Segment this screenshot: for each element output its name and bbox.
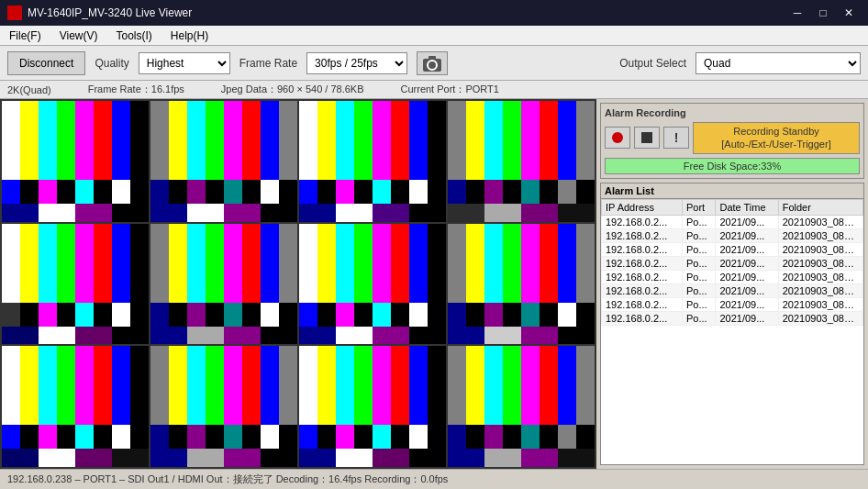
menu-file[interactable]: File(F) <box>0 28 50 44</box>
table-row[interactable]: 192.168.0.2...Po...2021/09...20210903_08… <box>602 311 863 325</box>
cell-ip: 192.168.0.2... <box>602 270 683 283</box>
recording-status: Recording Standby [Auto-/Ext-/User-Trigg… <box>693 122 860 154</box>
cell-folder: 20210903_0842_2... <box>778 297 862 311</box>
col-port: Port <box>683 199 716 215</box>
menu-help[interactable]: Help(H) <box>161 28 217 44</box>
status-text: 192.168.0.238 – PORT1 – SDI Out1 / HDMI … <box>7 472 448 486</box>
cell-port: Po... <box>683 283 716 297</box>
cell-port: Po... <box>683 228 716 242</box>
alarm-scroll[interactable]: IP Address Port Date Time Folder 192.168… <box>601 199 863 464</box>
table-row[interactable]: 192.168.0.2...Po...2021/09...20210903_08… <box>602 283 863 297</box>
cell-port: Po... <box>683 297 716 311</box>
stop-button[interactable] <box>634 127 660 149</box>
menubar: File(F) View(V) Tools(I) Help(H) <box>0 26 868 46</box>
cell-port: Po... <box>683 215 716 228</box>
cell-date: 2021/09... <box>716 256 778 270</box>
disconnect-button[interactable]: Disconnect <box>7 51 85 75</box>
framerate-label: Frame Rate <box>239 57 297 70</box>
right-panel: Alarm Recording ! Recording Standby [Aut… <box>596 99 868 469</box>
menu-tools[interactable]: Tools(I) <box>106 28 161 44</box>
alarm-recording-title: Alarm Recording <box>605 107 860 118</box>
cell-date: 2021/09... <box>716 297 778 311</box>
cell-folder: 20210903_0842_1... <box>778 256 862 270</box>
mv-cell-12 <box>448 346 595 467</box>
mv-cell-9 <box>2 346 149 467</box>
col-ip: IP Address <box>602 199 683 215</box>
col-date: Date Time <box>716 199 778 215</box>
col-folder: Folder <box>778 199 862 215</box>
titlebar: MV-1640IP_MV-3240 Live Viewer ─ □ ✕ <box>0 0 868 26</box>
cell-folder: 20210903_0842_2... <box>778 311 862 325</box>
mv-cell-1 <box>2 101 149 222</box>
cell-ip: 192.168.0.2... <box>602 283 683 297</box>
cell-port: Po... <box>683 256 716 270</box>
cell-ip: 192.168.0.2... <box>602 215 683 228</box>
cell-port: Po... <box>683 311 716 325</box>
output-select-label: Output Select <box>619 57 686 70</box>
mv-cell-7 <box>299 224 446 345</box>
table-row[interactable]: 192.168.0.2...Po...2021/09...20210903_08… <box>602 215 863 228</box>
status-line2: [Auto-/Ext-/User-Trigger] <box>699 138 853 150</box>
mv-cell-11 <box>299 346 446 467</box>
window-controls: ─ □ ✕ <box>785 4 861 22</box>
cell-date: 2021/09... <box>716 270 778 283</box>
statusbar-bottom: 192.168.0.238 – PORT1 – SDI Out1 / HDMI … <box>0 469 868 489</box>
statusbar-top: 2K(Quad) Frame Rate：16.1fps Jpeg Data：96… <box>0 81 868 99</box>
cell-port: Po... <box>683 242 716 256</box>
trigger-button[interactable]: ! <box>663 127 689 149</box>
cell-ip: 192.168.0.2... <box>602 256 683 270</box>
multiview-grid <box>0 99 596 469</box>
cell-ip: 192.168.0.2... <box>602 297 683 311</box>
alarm-list-group: Alarm List IP Address Port Date Time Fol… <box>600 183 864 465</box>
record-button[interactable] <box>605 127 630 149</box>
quality-select[interactable]: Highest High Medium Low <box>139 52 230 74</box>
table-row[interactable]: 192.168.0.2...Po...2021/09...20210903_08… <box>602 297 863 311</box>
cell-folder: 20210903_0841_4... <box>778 242 862 256</box>
table-row[interactable]: 192.168.0.2...Po...2021/09...20210903_08… <box>602 228 863 242</box>
stop-icon <box>641 132 652 143</box>
jpeg-status: Jpeg Data：960 × 540 / 78.6KB <box>221 83 364 96</box>
cell-date: 2021/09... <box>716 283 778 297</box>
resolution-label: 2K(Quad) <box>7 84 51 95</box>
framerate-status: Frame Rate：16.1fps <box>88 83 184 96</box>
table-row[interactable]: 192.168.0.2...Po...2021/09...20210903_08… <box>602 270 863 283</box>
table-row[interactable]: 192.168.0.2...Po...2021/09...20210903_08… <box>602 256 863 270</box>
main-area: Alarm Recording ! Recording Standby [Aut… <box>0 99 868 469</box>
cell-ip: 192.168.0.2... <box>602 228 683 242</box>
alarm-list-title: Alarm List <box>601 183 863 199</box>
mv-cell-2 <box>150 101 297 222</box>
cell-date: 2021/09... <box>716 228 778 242</box>
close-button[interactable]: ✕ <box>837 4 861 22</box>
free-disk-space: Free Disk Space:33% <box>605 158 860 174</box>
mv-cell-6 <box>150 224 297 345</box>
framerate-select[interactable]: 30fps / 25fps 15fps 5fps 1fps <box>306 52 407 74</box>
exclaim-icon: ! <box>674 130 679 145</box>
alarm-recording-group: Alarm Recording ! Recording Standby [Aut… <box>600 103 864 179</box>
minimize-button[interactable]: ─ <box>785 4 809 22</box>
maximize-button[interactable]: □ <box>811 4 835 22</box>
app-icon <box>7 6 22 20</box>
cell-date: 2021/09... <box>716 215 778 228</box>
mv-cell-4 <box>448 101 595 222</box>
port-status: Current Port：PORT1 <box>401 83 499 96</box>
status-line1: Recording Standby <box>699 125 853 138</box>
output-select[interactable]: Quad Single <box>696 52 861 74</box>
mv-cell-3 <box>299 101 446 222</box>
alarm-controls: ! Recording Standby [Auto-/Ext-/User-Tri… <box>605 122 860 154</box>
mv-cell-5 <box>2 224 149 345</box>
toolbar: Disconnect Quality Highest High Medium L… <box>0 46 868 81</box>
menu-view[interactable]: View(V) <box>50 28 107 44</box>
table-row[interactable]: 192.168.0.2...Po...2021/09...20210903_08… <box>602 242 863 256</box>
camera-icon <box>423 55 441 72</box>
cell-date: 2021/09... <box>716 242 778 256</box>
quality-label: Quality <box>95 57 128 70</box>
mv-cell-10 <box>150 346 297 467</box>
svg-rect-2 <box>428 56 436 60</box>
cell-port: Po... <box>683 270 716 283</box>
snapshot-button[interactable] <box>417 51 448 75</box>
cell-folder: 20210903_0842_1... <box>778 283 862 297</box>
video-area <box>0 99 596 469</box>
title-text: MV-1640IP_MV-3240 Live Viewer <box>28 6 785 19</box>
cell-ip: 192.168.0.2... <box>602 311 683 325</box>
cell-folder: 20210903_0841_2... <box>778 228 862 242</box>
